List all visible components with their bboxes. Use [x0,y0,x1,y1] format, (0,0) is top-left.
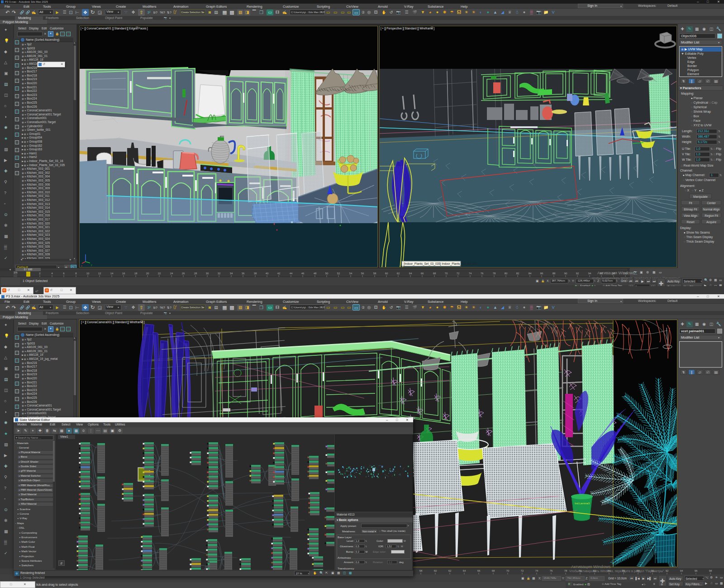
svg-text:50: 50 [325,272,329,275]
svg-text:24: 24 [170,272,173,275]
svg-text:76: 76 [481,272,484,275]
svg-text:82: 82 [516,272,519,275]
svg-text:58: 58 [373,272,376,275]
svg-text:40: 40 [266,272,269,275]
svg-text:78: 78 [493,272,496,275]
svg-text:60: 60 [434,569,437,572]
svg-text:94: 94 [680,569,683,572]
svg-text:30: 30 [206,272,209,275]
svg-text:52: 52 [337,272,340,275]
svg-text:96: 96 [695,569,698,572]
svg-text:98: 98 [709,569,712,572]
svg-text:90: 90 [564,272,567,275]
svg-text:32: 32 [218,272,221,275]
svg-text:36: 36 [242,272,245,275]
svg-text:78: 78 [564,569,567,572]
svg-text:62: 62 [397,272,400,275]
svg-text:34: 34 [230,272,233,275]
svg-text:68: 68 [433,272,436,275]
svg-text:74: 74 [535,569,538,572]
svg-text:28: 28 [194,272,197,275]
svg-text:66: 66 [477,569,481,572]
svg-text:68: 68 [492,569,495,572]
svg-text:2: 2 [39,272,41,275]
svg-text:48: 48 [314,272,317,275]
svg-text:42: 42 [277,272,281,275]
svg-text:44: 44 [290,272,293,275]
svg-text:84: 84 [529,272,532,275]
svg-text:Ind.Lamina3: Ind.Lamina3 [575,502,590,505]
svg-text:80: 80 [505,272,508,275]
svg-text:16: 16 [122,272,125,275]
svg-text:72: 72 [457,272,460,275]
svg-text:72: 72 [521,569,524,572]
svg-text:26: 26 [182,272,185,275]
svg-text:70: 70 [506,569,510,572]
svg-text:92: 92 [666,569,669,572]
svg-text:10: 10 [86,272,90,275]
svg-text:46: 46 [301,272,305,275]
svg-text:14: 14 [110,272,114,275]
svg-text:62: 62 [448,569,452,572]
svg-text:94: 94 [588,272,591,275]
svg-text:8: 8 [75,272,77,275]
svg-text:70: 70 [445,272,448,275]
svg-text:86: 86 [540,272,543,275]
svg-text:54: 54 [349,272,352,275]
svg-text:88: 88 [553,272,556,275]
svg-text:18: 18 [134,272,138,275]
svg-text:74: 74 [469,272,472,275]
svg-text:56: 56 [361,272,364,275]
svg-text:76: 76 [550,569,553,572]
svg-text:22: 22 [158,272,161,275]
svg-text:64: 64 [409,272,412,275]
svg-text:60: 60 [385,272,388,275]
svg-text:[Indoor_Plants_Set_03_035] Ind: [Indoor_Plants_Set_03_035] Indoor_Plants… [404,262,477,266]
svg-text:20: 20 [146,272,149,275]
svg-text:12: 12 [98,272,101,275]
svg-text:58: 58 [419,569,423,572]
svg-text:4: 4 [51,272,53,275]
svg-text:6: 6 [63,272,65,275]
svg-text:66: 66 [421,272,424,275]
svg-text:38: 38 [254,272,257,275]
svg-text:64: 64 [463,569,466,572]
svg-text:92: 92 [576,272,579,275]
